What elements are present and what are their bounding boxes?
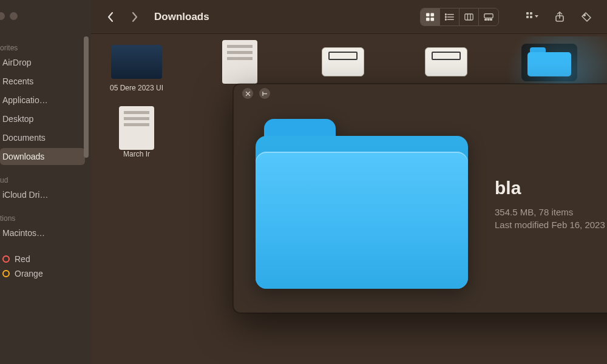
tag-dot-icon [2, 255, 10, 263]
file-name: 05 Dere 2023 UI [110, 84, 163, 93]
exec-thumbnail-icon [425, 47, 467, 76]
svg-rect-0 [426, 13, 430, 16]
preview-info: 354.5 MB, 78 items [495, 207, 607, 217]
preview-folder-icon [256, 119, 468, 289]
share-button[interactable] [550, 10, 569, 24]
quicklook-panel: bla 354.5 MB, 78 items Last modified Feb… [233, 84, 607, 313]
quicklook-close-button[interactable] [242, 88, 253, 99]
svg-rect-15 [487, 19, 489, 20]
file-name: March Ir [123, 150, 150, 159]
exec-thumbnail-icon [322, 47, 364, 76]
view-icon-button[interactable] [421, 8, 440, 25]
sidebar-heading-icloud: ud [0, 176, 85, 184]
file-item[interactable]: March Ir [103, 110, 170, 159]
window-traffic-lights [0, 12, 18, 20]
svg-rect-3 [430, 17, 434, 21]
svg-rect-2 [426, 17, 430, 21]
finder-toolbar: Downloads [91, 0, 607, 34]
view-gallery-button[interactable] [479, 8, 498, 25]
svg-rect-1 [430, 13, 434, 16]
svg-rect-10 [465, 14, 473, 20]
quicklook-titlebar [234, 84, 607, 103]
sidebar-item-documents[interactable]: Documents [0, 129, 85, 146]
finder-sidebar: orites AirDrop Recents Applicatio… Deskt… [0, 0, 91, 364]
tag-dot-icon [2, 270, 10, 277]
svg-rect-17 [526, 12, 529, 15]
document-thumbnail-icon [119, 106, 154, 150]
sidebar-heading-favorites: orites [0, 44, 85, 52]
quicklook-fullscreen-button[interactable] [259, 88, 270, 99]
sidebar-tag-label: Orange [15, 269, 43, 278]
sidebar-tag-orange[interactable]: Orange [0, 266, 85, 281]
view-mode-switcher [420, 8, 499, 26]
folder-icon [527, 47, 571, 76]
sidebar-item-airdrop[interactable]: AirDrop [0, 54, 85, 71]
view-list-button[interactable] [440, 8, 459, 25]
svg-rect-16 [490, 19, 492, 20]
svg-rect-18 [530, 12, 532, 15]
sidebar-item-downloads[interactable]: Downloads [0, 148, 85, 165]
sidebar-heading-locations: tions [0, 214, 85, 223]
image-thumbnail-icon [111, 45, 162, 79]
finder-main: Downloads [91, 0, 607, 364]
file-item[interactable]: 05 Dere 2023 UI [103, 44, 170, 93]
svg-rect-20 [530, 16, 532, 18]
svg-point-9 [445, 19, 446, 20]
forward-button[interactable] [126, 8, 143, 25]
sidebar-tag-red[interactable]: Red [0, 252, 85, 266]
view-column-button[interactable] [459, 8, 479, 25]
document-thumbnail-icon [222, 40, 257, 84]
window-title: Downloads [154, 11, 209, 23]
sidebar-scrollbar[interactable] [84, 36, 89, 158]
preview-metadata: bla 354.5 MB, 78 items Last modified Feb… [495, 178, 607, 230]
svg-point-22 [584, 14, 586, 16]
svg-rect-14 [485, 19, 487, 20]
sidebar-item-icloud-drive[interactable]: iCloud Dri… [0, 186, 85, 203]
traffic-min[interactable] [10, 12, 18, 20]
sidebar-item-macintosh-hd[interactable]: Macintos… [0, 224, 85, 241]
sidebar-item-recents[interactable]: Recents [0, 73, 85, 90]
preview-name: bla [495, 178, 607, 198]
tags-button[interactable] [577, 10, 596, 24]
svg-rect-19 [526, 16, 529, 18]
sidebar-item-desktop[interactable]: Desktop [0, 110, 85, 127]
group-by-button[interactable] [523, 10, 543, 24]
svg-rect-13 [484, 13, 493, 18]
preview-modified: Last modified Feb 16, 2023 at 7:44:36 PM [495, 220, 607, 230]
svg-point-8 [445, 16, 446, 18]
sidebar-tag-label: Red [15, 254, 30, 264]
back-button[interactable] [102, 8, 119, 25]
sidebar-item-applications[interactable]: Applicatio… [0, 92, 85, 109]
traffic-close[interactable] [0, 12, 5, 20]
svg-point-7 [445, 13, 446, 15]
